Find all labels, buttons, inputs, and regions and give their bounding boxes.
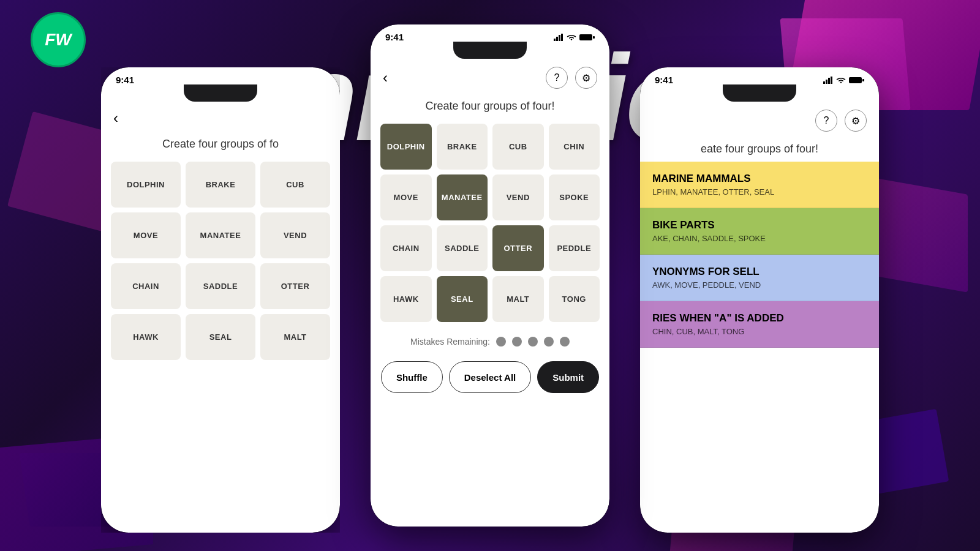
battery-icon: [579, 34, 595, 41]
word-tile-malt[interactable]: MALT: [492, 276, 544, 322]
word-tile-seal[interactable]: SEAL: [437, 276, 488, 322]
category-title: BIKE PARTS: [652, 219, 867, 231]
word-grid-left: DOLPHINBRAKECUBMOVEMANATEEVENDCHAINSADDL…: [101, 157, 340, 365]
word-tile-left-dolphin[interactable]: DOLPHIN: [111, 162, 181, 208]
settings-button-right[interactable]: ⚙: [845, 110, 867, 132]
nav-right: ? ⚙: [640, 105, 879, 137]
category-words: AWK, MOVE, PEDDLE, VEND: [652, 280, 867, 290]
svg-rect-9: [831, 77, 832, 84]
settings-button[interactable]: ⚙: [575, 67, 597, 89]
dot-2: [512, 337, 522, 347]
help-button[interactable]: ?: [546, 67, 568, 89]
category-ries-when-a-is-added: RIES WHEN "A" IS ADDED CHIN, CUB, MALT, …: [640, 301, 879, 348]
word-tile-brake[interactable]: BRAKE: [437, 124, 488, 170]
mistakes-label: Mistakes Remaining:: [410, 337, 490, 347]
word-tile-move[interactable]: MOVE: [380, 174, 432, 220]
word-tile-saddle[interactable]: SADDLE: [437, 225, 488, 271]
word-tile-peddle[interactable]: PEDDLE: [549, 225, 600, 271]
svg-rect-4: [579, 34, 592, 40]
svg-rect-11: [862, 79, 864, 81]
svg-rect-6: [823, 81, 825, 84]
svg-rect-8: [828, 78, 830, 84]
word-tile-cub[interactable]: CUB: [492, 124, 544, 170]
dot-3: [528, 337, 538, 347]
wifi-icon: [567, 34, 576, 41]
category-words: CHIN, CUB, MALT, TONG: [652, 327, 867, 336]
word-tile-chin[interactable]: CHIN: [549, 124, 600, 170]
word-tile-left-move[interactable]: MOVE: [111, 212, 181, 258]
category-title: YNONYMS FOR SELL: [652, 266, 867, 278]
svg-rect-7: [826, 80, 827, 84]
category-words: AKE, CHAIN, SADDLE, SPOKE: [652, 234, 867, 243]
submit-button[interactable]: Submit: [537, 361, 599, 393]
signal-icon: [554, 34, 564, 41]
category-marine-mammals: MARINE MAMMALS LPHIN, MANATEE, OTTER, SE…: [640, 162, 879, 208]
time-center: 9:41: [385, 32, 404, 42]
dot-4: [544, 337, 554, 347]
word-tile-left-manatee[interactable]: MANATEE: [186, 212, 255, 258]
dot-5: [560, 337, 570, 347]
game-title-left: Create four groups of fo: [101, 132, 340, 157]
word-tile-tong[interactable]: TONG: [549, 276, 600, 322]
notch-center: [453, 42, 527, 59]
shuffle-button[interactable]: Shuffle: [381, 361, 443, 393]
fw-logo: FW: [31, 12, 86, 67]
svg-rect-3: [561, 34, 563, 41]
word-grid-center: DOLPHINBRAKECUBCHINMOVEMANATEEVENDSPOKEC…: [371, 119, 609, 327]
status-icons-center: [554, 34, 595, 41]
center-phone: 9:41: [371, 24, 609, 527]
word-tile-hawk[interactable]: HAWK: [380, 276, 432, 322]
category-title: MARINE MAMMALS: [652, 173, 867, 185]
svg-rect-5: [593, 36, 595, 39]
word-tile-spoke[interactable]: SPOKE: [549, 174, 600, 220]
game-title-center: Create four groups of four!: [371, 94, 609, 119]
time-right: 9:41: [655, 75, 673, 85]
nav-left: ‹: [101, 105, 340, 132]
status-icons-right: [823, 77, 864, 84]
time-left: 9:41: [116, 75, 134, 85]
wifi-icon-right: [836, 77, 846, 84]
mistakes-row: Mistakes Remaining:: [371, 327, 609, 356]
word-tile-left-hawk[interactable]: HAWK: [111, 314, 181, 360]
results-screen: MARINE MAMMALS LPHIN, MANATEE, OTTER, SE…: [640, 162, 879, 348]
word-tile-left-malt[interactable]: MALT: [260, 314, 330, 360]
right-phone: 9:41: [640, 67, 879, 533]
category-ynonyms-for-sell: YNONYMS FOR SELL AWK, MOVE, PEDDLE, VEND: [640, 255, 879, 301]
word-tile-left-saddle[interactable]: SADDLE: [186, 263, 255, 309]
back-button-left[interactable]: ‹: [113, 110, 118, 127]
word-tile-dolphin[interactable]: DOLPHIN: [380, 124, 432, 170]
svg-rect-2: [559, 35, 560, 41]
notch-left: [184, 84, 257, 102]
category-title: RIES WHEN "A" IS ADDED: [652, 312, 867, 324]
svg-rect-10: [849, 77, 862, 83]
word-tile-left-chain[interactable]: CHAIN: [111, 263, 181, 309]
nav-icons-center: ? ⚙: [546, 67, 597, 89]
left-phone: 9:41 ‹ Create four groups of fo DOLPHINB…: [101, 67, 340, 533]
word-tile-vend[interactable]: VEND: [492, 174, 544, 220]
battery-icon-right: [849, 77, 864, 84]
word-tile-left-cub[interactable]: CUB: [260, 162, 330, 208]
word-tile-left-otter[interactable]: OTTER: [260, 263, 330, 309]
dot-1: [496, 337, 506, 347]
game-title-right: eate four groups of four!: [640, 137, 879, 162]
help-button-right[interactable]: ?: [815, 110, 837, 132]
category-bike-parts: BIKE PARTS AKE, CHAIN, SADDLE, SPOKE: [640, 208, 879, 255]
category-words: LPHIN, MANATEE, OTTER, SEAL: [652, 187, 867, 197]
nav-center: ‹ ? ⚙: [371, 62, 609, 94]
word-tile-chain[interactable]: CHAIN: [380, 225, 432, 271]
back-button-center[interactable]: ‹: [383, 69, 388, 86]
word-tile-otter[interactable]: OTTER: [492, 225, 544, 271]
deselect-button[interactable]: Deselect All: [449, 361, 532, 393]
signal-icon-right: [823, 77, 833, 84]
notch-right: [723, 84, 796, 102]
word-tile-left-seal[interactable]: SEAL: [186, 314, 255, 360]
word-tile-left-brake[interactable]: BRAKE: [186, 162, 255, 208]
action-buttons: Shuffle Deselect All Submit: [371, 356, 609, 405]
svg-rect-1: [556, 37, 558, 41]
word-tile-left-vend[interactable]: VEND: [260, 212, 330, 258]
svg-rect-0: [554, 39, 556, 41]
word-tile-manatee[interactable]: MANATEE: [437, 174, 488, 220]
nav-icons-right: ? ⚙: [815, 110, 867, 132]
